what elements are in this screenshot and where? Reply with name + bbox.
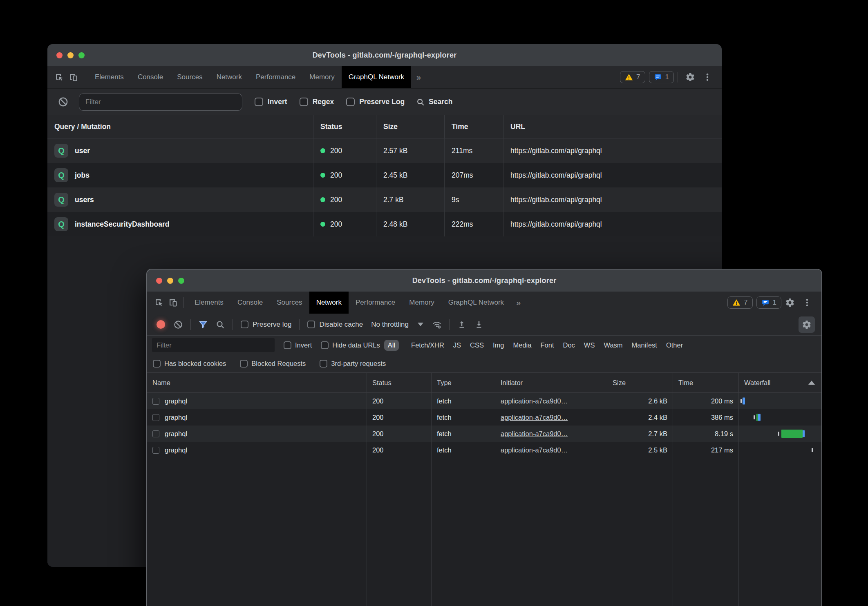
filter-chip-css[interactable]: CSS <box>466 340 488 351</box>
invert-checkbox[interactable] <box>255 98 263 106</box>
close-button[interactable] <box>56 52 63 58</box>
clear-icon[interactable] <box>58 96 69 107</box>
invert-checkbox[interactable] <box>284 341 291 349</box>
column-header-name[interactable]: Name <box>147 373 367 392</box>
filter-input[interactable] <box>79 94 242 111</box>
column-header-type[interactable]: Type <box>432 373 495 392</box>
minimize-button[interactable] <box>67 52 74 58</box>
network-settings-gear-icon[interactable] <box>799 316 815 333</box>
warnings-badge[interactable]: 7 <box>620 71 645 83</box>
search-icon[interactable] <box>215 320 225 330</box>
kebab-menu-icon[interactable] <box>702 72 712 82</box>
title-bar[interactable]: DevTools - gitlab.com/-/graphql-explorer <box>147 270 821 292</box>
title-bar[interactable]: DevTools - gitlab.com/-/graphql-explorer <box>47 44 722 66</box>
request-row[interactable]: graphql 200 fetch application-a7ca9d0… 2… <box>147 442 821 458</box>
tab-elements[interactable]: Elements <box>188 292 230 314</box>
filter-chip-wasm[interactable]: Wasm <box>600 340 626 351</box>
search-button[interactable]: Search <box>416 98 452 107</box>
request-row[interactable]: graphql 200 fetch application-a7ca9d0… 2… <box>147 409 821 426</box>
throttling-select[interactable]: No throttling <box>371 321 409 329</box>
blocked-requests-checkbox[interactable] <box>240 360 248 368</box>
tab-memory[interactable]: Memory <box>302 66 341 88</box>
initiator-link[interactable]: application-a7ca9d0… <box>501 397 568 405</box>
more-tabs-chevron-icon[interactable]: » <box>511 298 526 307</box>
filter-chip-ws[interactable]: WS <box>580 340 599 351</box>
tab-performance[interactable]: Performance <box>349 292 402 314</box>
clear-icon[interactable] <box>173 320 183 330</box>
table-row[interactable]: Q users 200 2.7 kB 9s https://gitlab.com… <box>47 187 722 212</box>
initiator-link[interactable]: application-a7ca9d0… <box>501 414 568 421</box>
tab-graphql-network[interactable]: GraphQL Network <box>441 292 511 314</box>
filter-chip-all[interactable]: All <box>384 340 399 351</box>
settings-gear-icon[interactable] <box>785 298 795 307</box>
tab-memory[interactable]: Memory <box>402 292 441 314</box>
table-row[interactable]: Q instanceSecurityDashboard 200 2.48 kB … <box>47 212 722 236</box>
device-toolbar-icon[interactable] <box>166 296 180 310</box>
preserve-log-checkbox[interactable] <box>346 98 355 106</box>
export-har-icon[interactable] <box>474 320 484 330</box>
column-header-waterfall[interactable]: Waterfall <box>739 373 821 392</box>
tab-performance[interactable]: Performance <box>249 66 302 88</box>
filter-chip-other[interactable]: Other <box>662 340 687 351</box>
column-header-status[interactable]: Status <box>313 115 376 138</box>
column-header-time[interactable]: Time <box>445 115 503 138</box>
preserve-log-checkbox[interactable] <box>241 321 248 328</box>
more-tabs-chevron-icon[interactable]: » <box>411 73 426 82</box>
filter-chip-img[interactable]: Img <box>489 340 508 351</box>
row-checkbox[interactable] <box>152 430 159 437</box>
chevron-down-icon[interactable] <box>418 323 423 326</box>
third-party-requests-checkbox[interactable] <box>320 360 327 368</box>
column-header-query-mutation[interactable]: Query / Mutation <box>47 115 313 138</box>
filter-funnel-icon[interactable] <box>198 320 208 330</box>
disable-cache-checkbox[interactable] <box>307 321 315 328</box>
initiator-link[interactable]: application-a7ca9d0… <box>501 430 568 438</box>
device-toolbar-icon[interactable] <box>66 70 80 84</box>
tab-console[interactable]: Console <box>230 292 270 314</box>
record-button[interactable] <box>157 320 165 329</box>
column-header-size[interactable]: Size <box>607 373 673 392</box>
filter-chip-doc[interactable]: Doc <box>559 340 579 351</box>
tab-network[interactable]: Network <box>210 66 249 88</box>
has-blocked-cookies-checkbox[interactable] <box>153 360 161 368</box>
column-header-initiator[interactable]: Initiator <box>495 373 607 392</box>
column-header-url[interactable]: URL <box>503 115 722 138</box>
zoom-button[interactable] <box>178 278 184 284</box>
kebab-menu-icon[interactable] <box>802 298 812 307</box>
request-row[interactable]: graphql 200 fetch application-a7ca9d0… 2… <box>147 426 821 442</box>
warnings-badge[interactable]: 7 <box>727 296 752 309</box>
table-row[interactable]: Q user 200 2.57 kB 211ms https://gitlab.… <box>47 138 722 163</box>
tab-console[interactable]: Console <box>131 66 170 88</box>
column-header-time[interactable]: Time <box>673 373 739 392</box>
issues-badge[interactable]: 1 <box>756 296 781 309</box>
initiator-link[interactable]: application-a7ca9d0… <box>501 446 568 454</box>
tab-graphql-network[interactable]: GraphQL Network <box>342 66 411 88</box>
filter-chip-font[interactable]: Font <box>537 340 557 351</box>
table-row[interactable]: Q jobs 200 2.45 kB 207ms https://gitlab.… <box>47 163 722 187</box>
row-checkbox[interactable] <box>152 414 159 421</box>
issues-badge[interactable]: 1 <box>649 71 674 83</box>
regex-checkbox[interactable] <box>300 98 308 106</box>
column-header-status[interactable]: Status <box>367 373 432 392</box>
inspect-element-icon[interactable] <box>52 70 66 84</box>
import-har-icon[interactable] <box>457 320 467 330</box>
request-row[interactable]: graphql 200 fetch application-a7ca9d0… 2… <box>147 393 821 409</box>
close-button[interactable] <box>156 278 162 284</box>
row-checkbox[interactable] <box>152 398 159 405</box>
filter-chip-js[interactable]: JS <box>450 340 465 351</box>
tab-sources[interactable]: Sources <box>170 66 209 88</box>
hide-data-urls-checkbox[interactable] <box>321 341 329 349</box>
tab-sources[interactable]: Sources <box>270 292 309 314</box>
minimize-button[interactable] <box>167 278 173 284</box>
row-checkbox[interactable] <box>152 447 159 454</box>
column-header-size[interactable]: Size <box>376 115 445 138</box>
tab-network[interactable]: Network <box>309 292 349 314</box>
filter-chip-fetch-xhr[interactable]: Fetch/XHR <box>407 340 448 351</box>
tab-elements[interactable]: Elements <box>88 66 131 88</box>
filter-chip-media[interactable]: Media <box>510 340 535 351</box>
zoom-button[interactable] <box>78 52 85 58</box>
settings-gear-icon[interactable] <box>685 72 695 82</box>
inspect-element-icon[interactable] <box>152 296 166 310</box>
filter-chip-manifest[interactable]: Manifest <box>628 340 661 351</box>
filter-input[interactable] <box>152 338 275 352</box>
network-conditions-icon[interactable] <box>432 320 442 330</box>
